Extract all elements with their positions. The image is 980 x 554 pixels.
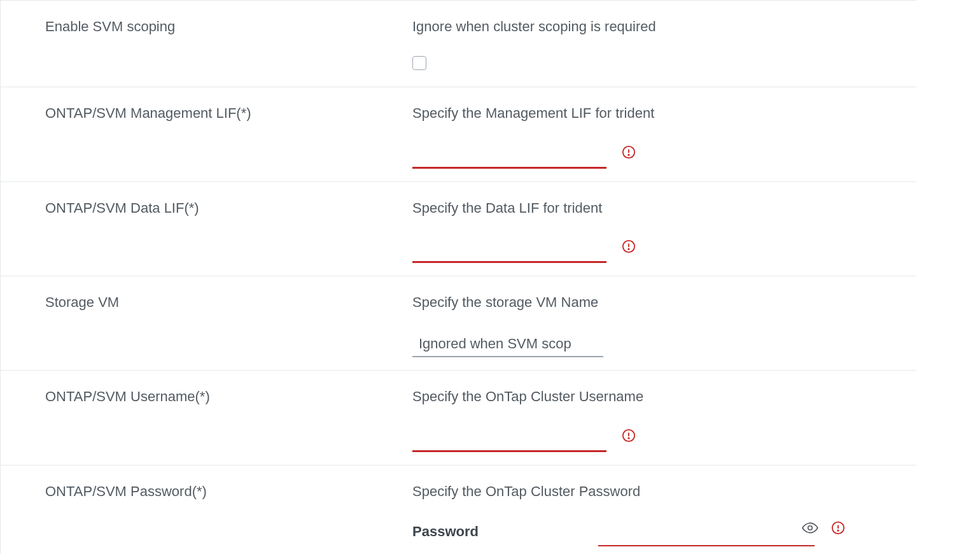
password-input[interactable] bbox=[598, 521, 815, 546]
svg-point-2 bbox=[628, 154, 629, 155]
form-row-svm-scoping: Enable SVM scoping Ignore when cluster s… bbox=[1, 1, 916, 87]
value-column: Specify the OnTap Cluster Password Passw… bbox=[368, 482, 916, 554]
form-row-storage-vm: Storage VM Specify the storage VM Name bbox=[1, 276, 916, 371]
alert-icon bbox=[831, 521, 845, 535]
label-column: Enable SVM scoping bbox=[1, 17, 368, 74]
storage-vm-input[interactable] bbox=[412, 332, 603, 357]
management-lif-input[interactable] bbox=[412, 143, 606, 169]
form-row-data-lif: ONTAP/SVM Data LIF(*) Specify the Data L… bbox=[1, 182, 916, 277]
storage-vm-label: Storage VM bbox=[45, 293, 368, 313]
management-lif-label: ONTAP/SVM Management LIF(*) bbox=[45, 104, 368, 124]
password-description: Specify the OnTap Cluster Password bbox=[412, 482, 916, 502]
label-column: ONTAP/SVM Management LIF(*) bbox=[1, 104, 368, 169]
username-description: Specify the OnTap Cluster Username bbox=[412, 387, 916, 407]
svg-point-9 bbox=[808, 526, 813, 530]
value-column: Specify the storage VM Name bbox=[368, 293, 916, 357]
label-column: Storage VM bbox=[1, 293, 368, 357]
form-row-management-lif: ONTAP/SVM Management LIF(*) Specify the … bbox=[1, 87, 916, 182]
configuration-form: Enable SVM scoping Ignore when cluster s… bbox=[0, 0, 916, 554]
value-column: Specify the Data LIF for trident bbox=[368, 199, 916, 264]
password-input-wrapper bbox=[598, 521, 815, 546]
data-lif-description: Specify the Data LIF for trident bbox=[412, 199, 916, 218]
input-wrapper bbox=[412, 237, 619, 263]
password-field-row: Password bbox=[412, 521, 916, 546]
label-column: ONTAP/SVM Password(*) bbox=[1, 482, 368, 554]
username-label: ONTAP/SVM Username(*) bbox=[45, 387, 368, 407]
svm-scoping-description: Ignore when cluster scoping is required bbox=[412, 17, 916, 37]
input-wrapper bbox=[412, 332, 619, 357]
svg-point-5 bbox=[628, 249, 629, 250]
management-lif-description: Specify the Management LIF for trident bbox=[412, 104, 916, 124]
label-column: ONTAP/SVM Username(*) bbox=[1, 387, 368, 452]
alert-icon bbox=[622, 145, 636, 159]
data-lif-label: ONTAP/SVM Data LIF(*) bbox=[45, 199, 368, 218]
storage-vm-description: Specify the storage VM Name bbox=[412, 293, 916, 313]
password-field-label: Password bbox=[412, 523, 598, 540]
svg-point-8 bbox=[628, 437, 629, 438]
svm-scoping-checkbox[interactable] bbox=[412, 56, 426, 70]
input-wrapper bbox=[412, 143, 619, 169]
checkbox-container bbox=[412, 56, 916, 74]
value-column: Specify the OnTap Cluster Username bbox=[368, 387, 916, 452]
input-wrapper bbox=[412, 426, 619, 452]
value-column: Specify the Management LIF for trident bbox=[368, 104, 916, 169]
value-column: Ignore when cluster scoping is required bbox=[368, 17, 916, 74]
alert-icon bbox=[622, 239, 636, 253]
alert-icon bbox=[622, 429, 636, 443]
username-input[interactable] bbox=[412, 426, 606, 452]
svg-point-12 bbox=[837, 530, 838, 530]
label-column: ONTAP/SVM Data LIF(*) bbox=[1, 199, 368, 264]
eye-icon[interactable] bbox=[802, 520, 818, 536]
data-lif-input[interactable] bbox=[412, 237, 606, 263]
password-row-label: ONTAP/SVM Password(*) bbox=[45, 482, 368, 502]
form-row-password: ONTAP/SVM Password(*) Specify the OnTap … bbox=[1, 465, 916, 554]
svm-scoping-label: Enable SVM scoping bbox=[45, 17, 368, 37]
form-row-username: ONTAP/SVM Username(*) Specify the OnTap … bbox=[1, 371, 916, 465]
